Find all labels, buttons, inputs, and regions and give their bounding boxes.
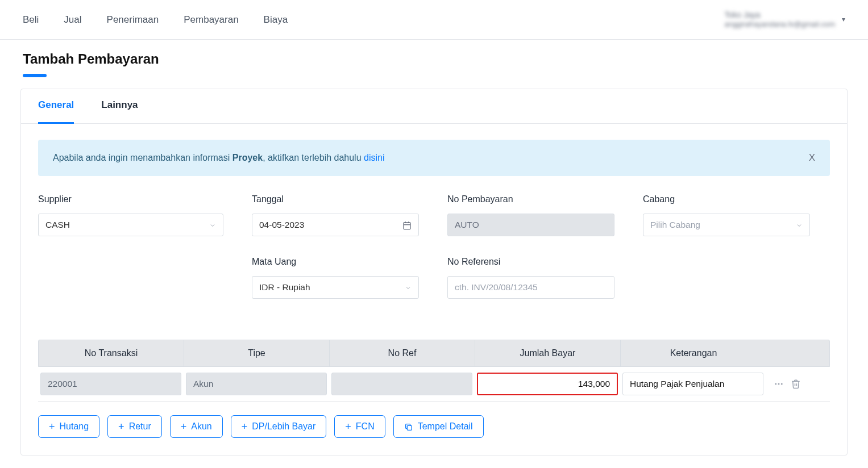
field-cabang: Cabang Pilih Cabang bbox=[643, 194, 810, 236]
supplier-value: CASH bbox=[45, 220, 70, 230]
svg-rect-7 bbox=[407, 425, 412, 430]
label-cabang: Cabang bbox=[643, 194, 810, 204]
cell-tipe: Akun bbox=[186, 373, 327, 395]
cell-no-ref bbox=[331, 373, 472, 395]
banner-bold: Proyek bbox=[232, 153, 263, 162]
no-referensi-field[interactable] bbox=[455, 282, 607, 292]
chevron-down-icon bbox=[405, 282, 412, 292]
btn-label: DP/Lebih Bayar bbox=[252, 421, 315, 432]
plus-icon: + bbox=[345, 421, 351, 432]
nav-item-penerimaan[interactable]: Penerimaan bbox=[107, 14, 159, 26]
tabs: General Lainnya bbox=[21, 89, 847, 124]
tab-lainnya[interactable]: Lainnya bbox=[101, 99, 138, 123]
btn-label: Hutang bbox=[60, 421, 89, 432]
no-pembayaran-input bbox=[447, 214, 614, 236]
chevron-down-icon bbox=[209, 220, 216, 230]
table-row: 220001 Akun 143,000 Hutang Pajak Penjual… bbox=[38, 367, 830, 402]
add-akun-button[interactable]: + Akun bbox=[170, 415, 223, 438]
tanggal-field[interactable] bbox=[259, 220, 412, 230]
banner-text-pre: Apabila anda ingin menambahkan informasi bbox=[53, 153, 232, 162]
field-mata-uang: Mata Uang IDR - Rupiah bbox=[252, 257, 419, 299]
more-icon[interactable] bbox=[774, 379, 784, 390]
profile-company: Toko Jaya bbox=[724, 10, 835, 20]
nav-item-beli[interactable]: Beli bbox=[23, 14, 39, 26]
btn-label: Akun bbox=[191, 421, 211, 432]
th-keterangan: Keterangan bbox=[621, 340, 766, 366]
add-dp-button[interactable]: + DP/Lebih Bayar bbox=[231, 415, 327, 438]
chevron-down-icon[interactable]: ▾ bbox=[842, 15, 845, 23]
cabang-select[interactable]: Pilih Cabang bbox=[643, 214, 810, 236]
field-no-referensi: No Referensi bbox=[447, 257, 614, 299]
trash-icon[interactable] bbox=[791, 379, 801, 390]
label-tanggal: Tanggal bbox=[252, 194, 419, 204]
progress-bar bbox=[23, 74, 845, 77]
banner-link[interactable]: disini bbox=[364, 153, 384, 162]
th-no-transaksi: No Transaksi bbox=[39, 340, 184, 366]
paste-icon bbox=[404, 421, 413, 432]
page-header: Tambah Pembayaran bbox=[0, 40, 868, 77]
add-fcn-button[interactable]: + FCN bbox=[334, 415, 385, 438]
th-actions bbox=[766, 340, 809, 366]
tanggal-input[interactable] bbox=[252, 214, 419, 236]
table-header: No Transaksi Tipe No Ref Jumlah Bayar Ke… bbox=[38, 340, 830, 367]
calendar-icon bbox=[402, 220, 412, 230]
add-retur-button[interactable]: + Retur bbox=[107, 415, 162, 438]
svg-rect-0 bbox=[404, 223, 410, 229]
supplier-select[interactable]: CASH bbox=[38, 214, 223, 236]
no-pembayaran-field bbox=[455, 220, 607, 230]
btn-label: Retur bbox=[129, 421, 151, 432]
plus-icon: + bbox=[118, 421, 124, 432]
mata-uang-value: IDR - Rupiah bbox=[259, 282, 310, 292]
btn-label: Tempel Detail bbox=[418, 421, 473, 432]
page-title: Tambah Pembayaran bbox=[23, 51, 845, 67]
th-tipe: Tipe bbox=[184, 340, 330, 366]
svg-point-4 bbox=[775, 383, 776, 385]
field-supplier: Supplier CASH bbox=[38, 194, 223, 236]
form-card: General Lainnya Apabila anda ingin menam… bbox=[20, 89, 848, 456]
svg-point-5 bbox=[778, 383, 780, 385]
th-jumlah-bayar: Jumlah Bayar bbox=[475, 340, 621, 366]
close-icon[interactable]: X bbox=[809, 152, 815, 164]
nav-item-jual[interactable]: Jual bbox=[64, 14, 81, 26]
svg-point-6 bbox=[781, 383, 783, 385]
profile-email: anggirafrayandana.fx@gmail.com bbox=[724, 20, 835, 30]
profile-menu[interactable]: Toko Jaya anggirafrayandana.fx@gmail.com bbox=[724, 10, 835, 30]
btn-label: FCN bbox=[356, 421, 375, 432]
plus-icon: + bbox=[181, 421, 187, 432]
th-no-ref: No Ref bbox=[330, 340, 475, 366]
nav-item-biaya[interactable]: Biaya bbox=[264, 14, 288, 26]
mata-uang-select[interactable]: IDR - Rupiah bbox=[252, 276, 419, 299]
plus-icon: + bbox=[49, 421, 55, 432]
no-referensi-input[interactable] bbox=[447, 276, 614, 299]
info-banner: Apabila anda ingin menambahkan informasi… bbox=[38, 140, 830, 176]
chevron-down-icon bbox=[796, 220, 803, 230]
field-no-pembayaran: No Pembayaran bbox=[447, 194, 614, 236]
field-tanggal: Tanggal bbox=[252, 194, 419, 236]
nav-items: Beli Jual Penerimaan Pembayaran Biaya bbox=[23, 14, 288, 26]
add-hutang-button[interactable]: + Hutang bbox=[38, 415, 99, 438]
cell-jumlah-bayar[interactable]: 143,000 bbox=[477, 373, 618, 395]
nav-item-pembayaran[interactable]: Pembayaran bbox=[184, 14, 238, 26]
label-mata-uang: Mata Uang bbox=[252, 257, 419, 267]
cell-keterangan[interactable]: Hutang Pajak Penjualan bbox=[622, 373, 763, 395]
label-supplier: Supplier bbox=[38, 194, 223, 204]
plus-icon: + bbox=[242, 421, 248, 432]
tempel-detail-button[interactable]: Tempel Detail bbox=[393, 415, 484, 438]
tab-general[interactable]: General bbox=[38, 99, 74, 124]
payment-table: No Transaksi Tipe No Ref Jumlah Bayar Ke… bbox=[38, 340, 830, 402]
label-no-pembayaran: No Pembayaran bbox=[447, 194, 614, 204]
cabang-placeholder: Pilih Cabang bbox=[650, 220, 700, 230]
banner-text-mid: , aktifkan terlebih dahulu bbox=[263, 153, 364, 162]
label-no-referensi: No Referensi bbox=[447, 257, 614, 267]
action-buttons: + Hutang + Retur + Akun + DP/Lebih Bayar… bbox=[38, 415, 830, 438]
top-nav: Beli Jual Penerimaan Pembayaran Biaya To… bbox=[0, 0, 868, 40]
cell-no-transaksi: 220001 bbox=[40, 373, 181, 395]
